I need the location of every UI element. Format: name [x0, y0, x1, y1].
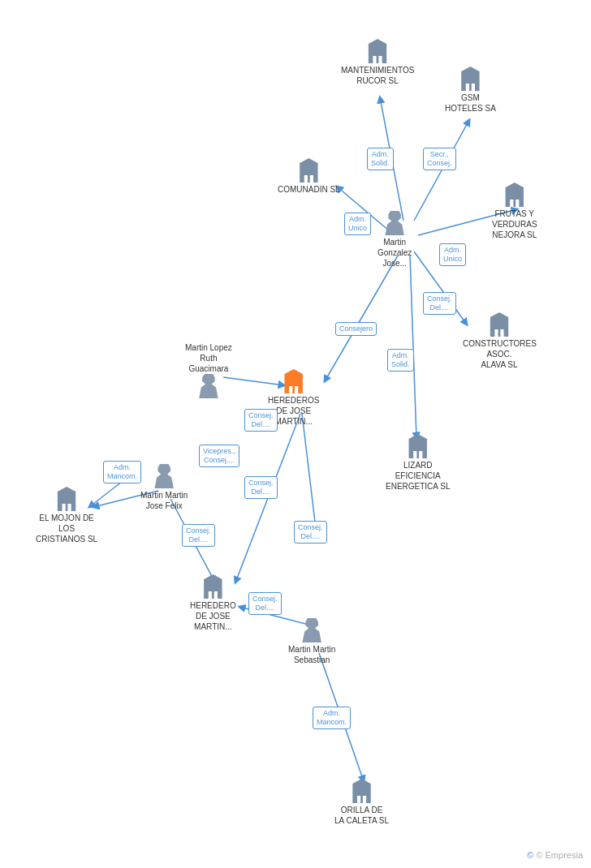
- badge-vicepres: Vicepres.,Consej....: [199, 445, 239, 467]
- badge-adm-unico-2: Adm.Unico: [439, 243, 466, 266]
- badge-adm-solid-2: Adm.Solid.: [387, 349, 414, 372]
- badge-adm-mancom-2: Adm.Mancom.: [313, 707, 351, 729]
- label-orilla: ORILLA DELA CALETA SL: [334, 805, 389, 826]
- label-martin-sebastian: Martin MartinSebastian: [288, 644, 335, 665]
- badge-consej-del-6: Consej.Del....: [248, 592, 282, 615]
- node-gsm: 🏢 GSMHOTELES SA: [445, 67, 496, 114]
- person-icon-martin-lopez: 👤: [198, 374, 219, 398]
- svg-line-6: [410, 256, 416, 438]
- badge-consej-del-5: Consej.Del....: [294, 521, 327, 544]
- label-comunadin: COMUNADIN SL: [278, 184, 340, 195]
- badge-secr-consej: Secr.,Consej.: [423, 148, 456, 170]
- label-lizard: LIZARDEFICIENCIAENERGETICA SL: [386, 460, 450, 492]
- badge-consej-del-1: Consej.Del....: [423, 292, 456, 315]
- node-constructores: 🏢 CONSTRUCTORESASOC.ALAVA SL: [463, 312, 536, 370]
- building-icon-gsm: 🏢: [459, 67, 481, 91]
- building-icon-orilla: 🏢: [351, 779, 373, 803]
- label-frutas: FRUTAS YVERDURASNEJORA SL: [492, 208, 537, 240]
- building-icon-frutas: 🏢: [503, 183, 526, 207]
- building-icon-mantenimientos: 🏢: [366, 39, 389, 63]
- node-comunadin: 🏢 COMUNADIN SL: [278, 158, 340, 195]
- person-icon-martin-sebastian: 👤: [301, 618, 322, 642]
- node-martin-lopez: Martin LopezRuthGuacimara 👤: [185, 341, 232, 398]
- node-lizard: 🏢 LIZARDEFICIENCIAENERGETICA SL: [386, 434, 450, 492]
- building-icon-herederos-main: 🏢: [283, 369, 305, 393]
- badge-consejero: Consejero: [335, 322, 377, 336]
- badge-consej-del-2: Consej.Del....: [244, 409, 278, 432]
- building-icon-herederos2: 🏢: [201, 574, 224, 599]
- building-icon-comunadin: 🏢: [297, 158, 320, 183]
- node-frutas: 🏢 FRUTAS YVERDURASNEJORA SL: [492, 183, 537, 240]
- label-martin-lopez: Martin LopezRuthGuacimara: [185, 342, 232, 374]
- node-el-mojon: 🏢 EL MOJON DELOSCRISTIANOS SL: [36, 487, 97, 544]
- label-gsm: GSMHOTELES SA: [445, 92, 496, 114]
- node-mantenimientos: 🏢 MANTENIMIENTOS RUCOR SL: [341, 39, 414, 86]
- badge-adm-unico-1: Adm.Unico: [344, 213, 371, 235]
- badge-consej-del-3: Consej.Del....: [244, 476, 278, 499]
- watermark-copy: ©: [527, 850, 533, 860]
- node-martin-jose-felix: 👤 Martin MartinJose Felix: [140, 464, 188, 511]
- node-orilla: 🏢 ORILLA DELA CALETA SL: [334, 779, 389, 826]
- node-herederos2: 🏢 HEREDERODE JOSEMARTIN...: [190, 574, 236, 632]
- node-martin-gonzalez: 👤 MartinGonzalezJose...: [377, 211, 412, 269]
- label-constructores: CONSTRUCTORESASOC.ALAVA SL: [463, 338, 536, 370]
- building-icon-constructores: 🏢: [488, 312, 511, 337]
- label-mantenimientos: MANTENIMIENTOS RUCOR SL: [341, 65, 414, 86]
- svg-line-11: [302, 414, 317, 535]
- label-el-mojon: EL MOJON DELOSCRISTIANOS SL: [36, 513, 97, 544]
- node-martin-sebastian: 👤 Martin MartinSebastian: [288, 618, 335, 665]
- label-martin-gonzalez: MartinGonzalezJose...: [377, 237, 412, 269]
- diagram: 🏢 MANTENIMIENTOS RUCOR SL 🏢 GSMHOTELES S…: [0, 0, 591, 868]
- badge-adm-solid-1: Adm.Solid.: [367, 148, 394, 170]
- building-icon-el-mojon: 🏢: [55, 487, 78, 511]
- building-icon-lizard: 🏢: [407, 434, 429, 458]
- person-icon-martin-gonzalez: 👤: [384, 211, 405, 235]
- svg-line-1: [414, 120, 469, 221]
- label-martin-jose-felix: Martin MartinJose Felix: [140, 490, 188, 511]
- watermark: © © Empresia: [527, 850, 583, 860]
- person-icon-martin-jose-felix: 👤: [153, 464, 175, 488]
- watermark-text: © Empresia: [536, 850, 583, 860]
- label-herederos2: HEREDERODE JOSEMARTIN...: [190, 600, 236, 632]
- badge-consej-del-4: Consej.Del....: [182, 524, 215, 547]
- badge-adm-mancom-1: Adm.Mancom.: [103, 461, 141, 483]
